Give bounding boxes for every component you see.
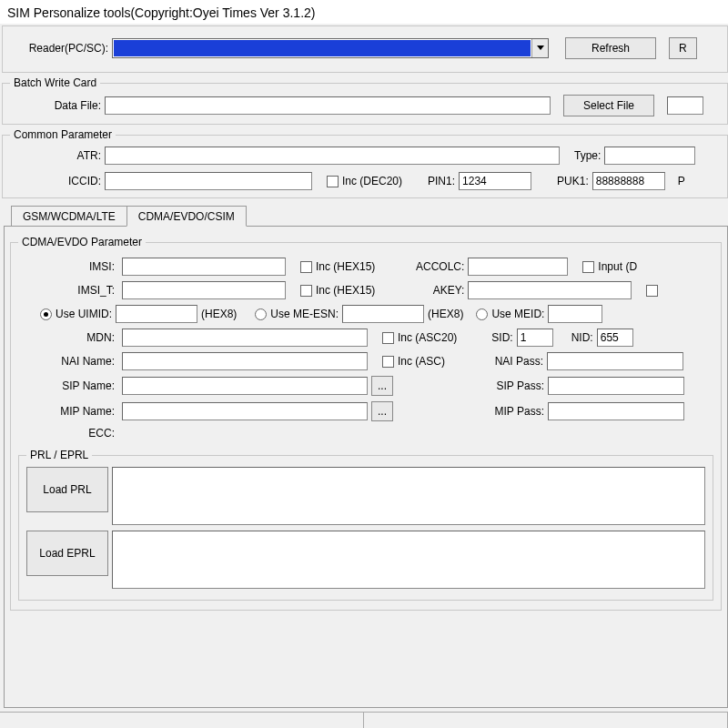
tab-cdma[interactable]: CDMA/EVDO/CSIM <box>126 206 247 227</box>
use-uimid-radio[interactable] <box>40 308 52 320</box>
use-meesn-label: Use ME-ESN: <box>270 308 339 320</box>
svg-marker-0 <box>537 46 544 50</box>
uimid-hint: (HEX8) <box>201 308 237 320</box>
reader-label: Reader(PC/SC): <box>10 42 108 55</box>
use-meesn-radio[interactable] <box>255 308 267 320</box>
nainame-label: NAI Name: <box>18 355 118 368</box>
imsi-input[interactable] <box>122 258 286 276</box>
sip-browse-button[interactable]: ... <box>371 376 393 396</box>
type-label: Type: <box>574 149 601 162</box>
imsi-inc-checkbox[interactable] <box>300 261 312 273</box>
iccid-inc-label: Inc (DEC20) <box>342 175 402 187</box>
uimid-input[interactable] <box>116 305 197 323</box>
common-parameter-group: Common Parameter ATR: Type: ICCID: Inc (… <box>2 128 728 198</box>
prl-legend: PRL / EPRL <box>26 449 92 461</box>
sid-label: SID: <box>491 331 512 344</box>
nainame-inc-label: Inc (ASC) <box>398 355 445 368</box>
load-eprl-button[interactable]: Load EPRL <box>26 531 108 576</box>
naipass-input[interactable] <box>547 352 683 370</box>
refresh-button[interactable]: Refresh <box>565 37 656 59</box>
meesn-input[interactable] <box>342 305 424 323</box>
iccid-inc-checkbox[interactable] <box>327 176 339 187</box>
cdma-legend: CDMA/EVDO Parameter <box>18 236 146 248</box>
batch-extra-input[interactable] <box>667 96 703 115</box>
imsit-label: IMSI_T: <box>18 284 118 297</box>
use-meid-label: Use MEID: <box>491 308 544 320</box>
puk1-label: PUK1: <box>557 175 589 187</box>
sippass-input[interactable] <box>548 377 684 395</box>
atr-label: ATR: <box>10 149 101 162</box>
accolc-input[interactable] <box>468 258 568 276</box>
partial-button-r[interactable]: R <box>669 37 697 59</box>
iccid-input[interactable] <box>105 172 312 190</box>
type-field <box>604 147 695 165</box>
mdn-label: MDN: <box>18 331 118 344</box>
imsit-inc-label: Inc (HEX15) <box>316 284 375 297</box>
atr-field <box>105 147 560 165</box>
trailing-p-label: P <box>678 175 685 187</box>
prl-textarea[interactable] <box>112 467 705 525</box>
mip-browse-button[interactable]: ... <box>371 401 393 421</box>
sipname-input[interactable] <box>122 377 368 395</box>
select-file-button[interactable]: Select File <box>563 95 654 116</box>
imsi-inc-label: Inc (HEX15) <box>316 260 375 273</box>
use-uimid-label: Use UIMID: <box>56 308 112 320</box>
iccid-label: ICCID: <box>10 175 101 187</box>
reader-selection <box>114 40 531 56</box>
accolc-input-label: Input (D <box>598 260 637 273</box>
batch-write-group: Batch Write Card Data File: Select File <box>2 76 728 125</box>
pin1-input[interactable] <box>459 172 531 190</box>
chevron-down-icon[interactable] <box>531 39 548 57</box>
akey-label: AKEY: <box>410 284 464 297</box>
sipname-label: SIP Name: <box>18 379 118 392</box>
ecc-label: ECC: <box>18 427 118 440</box>
pin1-label: PIN1: <box>428 175 455 187</box>
akey-checkbox[interactable] <box>646 285 658 297</box>
datafile-label: Data File: <box>10 99 101 112</box>
imsit-inc-checkbox[interactable] <box>300 285 312 297</box>
mippass-input[interactable] <box>548 402 684 420</box>
nid-label: NID: <box>571 331 593 344</box>
reader-toolbar: Reader(PC/SC): Refresh R <box>2 25 728 73</box>
tab-gsm[interactable]: GSM/WCDMA/LTE <box>11 206 127 226</box>
akey-input[interactable] <box>468 281 632 299</box>
common-legend: Common Parameter <box>10 128 116 141</box>
use-meid-radio[interactable] <box>476 308 488 320</box>
accolc-input-checkbox[interactable] <box>582 261 594 273</box>
eprl-textarea[interactable] <box>112 531 705 589</box>
datafile-input[interactable] <box>105 96 551 115</box>
mdn-input[interactable] <box>122 329 368 347</box>
window-title: SIM Personalize tools(Copyright:Oyei Tim… <box>0 0 728 24</box>
mipname-label: MIP Name: <box>18 405 118 418</box>
tab-panel: CDMA/EVDO Parameter IMSI: Inc (HEX15) AC… <box>4 226 728 708</box>
tab-strip: GSM/WCDMA/LTE CDMA/EVDO/CSIM <box>11 204 728 226</box>
batch-legend: Batch Write Card <box>10 76 100 89</box>
nainame-inc-checkbox[interactable] <box>382 356 394 368</box>
accolc-label: ACCOLC: <box>410 260 464 273</box>
imsit-input[interactable] <box>122 281 286 299</box>
load-prl-button[interactable]: Load PRL <box>26 467 108 512</box>
nainame-input[interactable] <box>122 352 368 370</box>
status-bar <box>0 712 728 728</box>
puk1-input[interactable] <box>592 172 665 190</box>
mippass-label: MIP Pass: <box>490 405 544 418</box>
sippass-label: SIP Pass: <box>490 379 544 392</box>
prl-group: PRL / EPRL Load PRL Load EPRL <box>18 449 713 601</box>
mdn-inc-checkbox[interactable] <box>382 332 394 344</box>
cdma-parameter-group: CDMA/EVDO Parameter IMSI: Inc (HEX15) AC… <box>10 236 722 611</box>
naipass-label: NAI Pass: <box>489 355 543 368</box>
mdn-inc-label: Inc (ASC20) <box>398 331 457 344</box>
nid-input[interactable] <box>597 329 633 347</box>
meid-input[interactable] <box>548 305 602 323</box>
imsi-label: IMSI: <box>18 260 118 273</box>
mipname-input[interactable] <box>122 402 368 420</box>
status-cell-2 <box>364 713 728 728</box>
status-cell-1 <box>0 713 364 728</box>
meesn-hint: (HEX8) <box>428 308 463 320</box>
sid-input[interactable] <box>517 329 553 347</box>
reader-dropdown[interactable] <box>112 38 549 58</box>
